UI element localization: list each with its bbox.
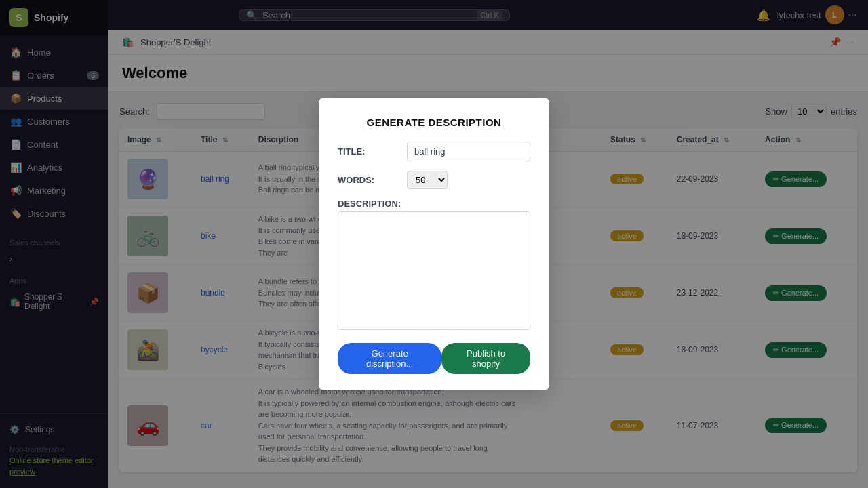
words-select[interactable]: 25 50 100 150 200 (407, 171, 448, 189)
publish-to-shopify-button[interactable]: Publish to shopify (441, 343, 530, 374)
words-field-row: WORDS: 25 50 100 150 200 (338, 171, 530, 189)
title-field-row: TITLE: (338, 142, 530, 161)
modal-title: GENERATE DESCRIPTION (338, 117, 530, 128)
generate-description-button[interactable]: Generate discription... (338, 343, 441, 374)
title-label: TITLE: (338, 146, 399, 157)
modal-overlay[interactable]: GENERATE DESCRIPTION TITLE: WORDS: 25 50… (0, 0, 868, 488)
modal-actions: Generate discription... Publish to shopi… (338, 343, 530, 374)
words-label: WORDS: (338, 175, 399, 185)
description-label: DESCRIPTION: (338, 199, 530, 209)
modal-title-input[interactable] (407, 142, 530, 161)
description-textarea[interactable] (338, 211, 530, 330)
description-field: DESCRIPTION: (338, 199, 530, 332)
generate-description-modal: GENERATE DESCRIPTION TITLE: WORDS: 25 50… (319, 98, 549, 390)
